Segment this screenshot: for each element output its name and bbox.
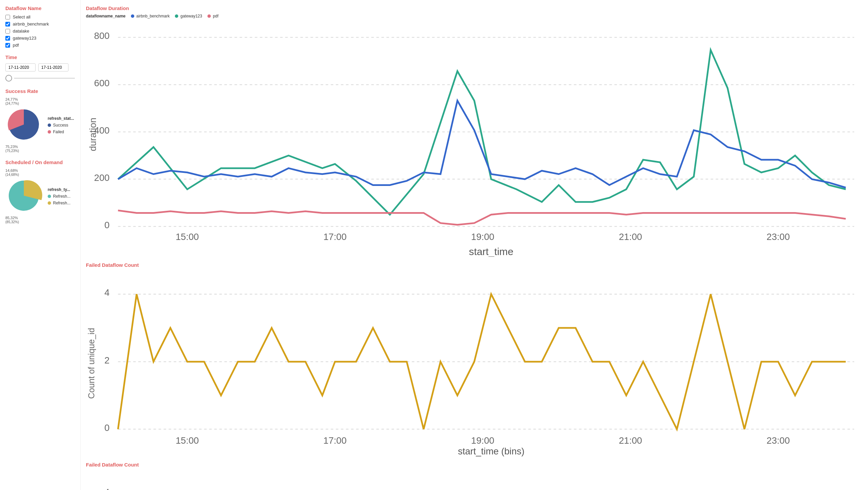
- slider-thumb[interactable]: [5, 75, 12, 82]
- checkbox-cb-airbnb[interactable]: [5, 22, 10, 27]
- success-dot: [48, 123, 51, 127]
- svg-text:start_time (bins): start_time (bins): [458, 447, 524, 456]
- failed-percent-label: 24,77%(24,77%): [5, 97, 42, 105]
- success-rate-legend: refresh_stat... Success Failed: [48, 116, 74, 134]
- checkbox-item-cb-select-all[interactable]: Select all: [5, 14, 75, 20]
- time-filter-section: Time: [5, 54, 75, 82]
- svg-text:15:00: 15:00: [176, 435, 199, 446]
- checkbox-label-cb-gateway: gateway123: [13, 36, 36, 41]
- main-content: Dataflow Duration dataflowname_name airb…: [81, 0, 868, 490]
- success-rate-pie: [5, 106, 42, 143]
- checkbox-cb-pdf[interactable]: [5, 43, 10, 48]
- svg-text:duration: duration: [88, 118, 98, 151]
- slider-track: [14, 78, 75, 79]
- failed-label: Failed: [53, 129, 64, 134]
- checkbox-item-cb-pdf[interactable]: pdf: [5, 42, 75, 48]
- svg-text:0: 0: [104, 220, 110, 230]
- svg-text:800: 800: [94, 31, 110, 41]
- success-legend-item: Success: [48, 123, 74, 127]
- success-rate-pie-section: 24,77%(24,77%) 75,23%(75,23%) refresh_st…: [5, 97, 75, 153]
- gateway-legend: gateway123: [175, 14, 202, 19]
- pdf-dot: [208, 14, 211, 18]
- refresh1-legend-item: Refresh...: [48, 194, 70, 199]
- time-section-title: Time: [5, 54, 75, 60]
- pdf-legend: pdf: [208, 14, 218, 19]
- checkbox-cb-gateway[interactable]: [5, 36, 10, 41]
- svg-text:21:00: 21:00: [619, 232, 642, 242]
- checkbox-item-cb-gateway[interactable]: gateway123: [5, 36, 75, 41]
- svg-text:21:00: 21:00: [619, 435, 642, 446]
- checkbox-item-cb-airbnb[interactable]: airbnb_benchmark: [5, 22, 75, 27]
- success-rate-section: Success Rate 24,77%(24,77%) 75,23%(75,23…: [5, 88, 75, 153]
- airbnb-legend: airbnb_benchmark: [131, 14, 169, 19]
- refresh2-legend-item: Refresh...: [48, 201, 70, 205]
- svg-text:15:00: 15:00: [176, 232, 199, 242]
- duration-chart-title: Dataflow Duration: [86, 5, 863, 11]
- airbnb-label: airbnb_benchmark: [136, 14, 169, 19]
- failed-count-chart1-panel: Failed Dataflow Count 4 2 0 Count of uni…: [86, 262, 863, 456]
- svg-text:200: 200: [94, 173, 110, 183]
- failed-count-chart2-title: Failed Dataflow Count: [86, 462, 863, 467]
- failed-count-chart1-title: Failed Dataflow Count: [86, 262, 863, 268]
- refresh1-label: Refresh...: [53, 194, 70, 199]
- scheduled-small-percent: 14,68%(14,68%): [5, 169, 42, 177]
- pdf-label: pdf: [213, 14, 218, 19]
- failed-legend-item: Failed: [48, 129, 74, 134]
- svg-text:19:00: 19:00: [471, 435, 494, 446]
- failed-count-chart2-panel: Failed Dataflow Count 4 2 0 Count of uni…: [86, 462, 863, 490]
- scheduled-legend-title: refresh_ty...: [48, 187, 70, 192]
- svg-text:19:00: 19:00: [471, 232, 494, 242]
- svg-text:23:00: 23:00: [767, 435, 790, 446]
- svg-text:start_time: start_time: [469, 246, 513, 257]
- failed-count-svg2: 4 2 0 Count of unique_id 19:00 20:00 21:…: [86, 470, 863, 490]
- duration-svg: 800 600 400 200 0 duration 15:00 17:00 1…: [86, 21, 863, 257]
- success-percent-label: 75,23%(75,23%): [5, 145, 42, 153]
- scheduled-section: Scheduled / On demand 14,68%(14,68%) 85,…: [5, 159, 75, 224]
- failed-dot: [48, 130, 51, 133]
- airbnb-dot: [131, 14, 134, 18]
- scheduled-large-percent: 85,32%(85,32%): [5, 216, 42, 224]
- checkbox-label-cb-datalake: datalake: [13, 29, 29, 34]
- svg-text:0: 0: [104, 423, 110, 433]
- svg-text:2: 2: [104, 355, 110, 366]
- gateway-dot: [175, 14, 178, 18]
- svg-text:23:00: 23:00: [767, 232, 790, 242]
- checkbox-cb-select-all[interactable]: [5, 15, 10, 20]
- scheduled-legend: refresh_ty... Refresh... Refresh...: [48, 187, 70, 205]
- refresh2-dot: [48, 202, 51, 205]
- date-range-row: [5, 63, 75, 71]
- refresh2-label: Refresh...: [53, 201, 70, 205]
- svg-text:600: 600: [94, 78, 110, 88]
- refresh1-dot: [48, 195, 51, 198]
- duration-legend: dataflowname_name airbnb_benchmark gatew…: [86, 14, 863, 19]
- date-to-input[interactable]: [38, 63, 68, 71]
- scheduled-pie-container: 14,68%(14,68%) 85,32%(85,32%): [5, 169, 42, 224]
- success-rate-title: Success Rate: [5, 88, 75, 94]
- time-slider[interactable]: [5, 75, 75, 82]
- sidebar: Dataflow Name Select allairbnb_benchmark…: [0, 0, 81, 490]
- dataflow-section-title: Dataflow Name: [5, 5, 75, 11]
- scheduled-pie: [5, 177, 42, 214]
- checkbox-label-cb-airbnb: airbnb_benchmark: [13, 22, 49, 27]
- success-rate-pie-container: 24,77%(24,77%) 75,23%(75,23%): [5, 97, 42, 153]
- duration-chart-panel: Dataflow Duration dataflowname_name airb…: [86, 5, 863, 257]
- failed-count-svg1: 4 2 0 Count of unique_id 15:00 17:00 19:…: [86, 271, 863, 456]
- dataflow-filter-section: Dataflow Name Select allairbnb_benchmark…: [5, 5, 75, 48]
- checkbox-cb-datalake[interactable]: [5, 29, 10, 34]
- duration-legend-title: dataflowname_name: [86, 14, 126, 19]
- gateway-label: gateway123: [180, 14, 202, 19]
- checkbox-label-cb-select-all: Select all: [13, 14, 31, 20]
- svg-text:4: 4: [104, 487, 110, 490]
- svg-text:Count of unique_id: Count of unique_id: [87, 328, 96, 399]
- svg-text:4: 4: [104, 287, 110, 298]
- checkbox-label-cb-pdf: pdf: [13, 42, 19, 48]
- success-legend-title: refresh_stat...: [48, 116, 74, 121]
- checkbox-item-cb-datalake[interactable]: datalake: [5, 29, 75, 34]
- scheduled-title: Scheduled / On demand: [5, 159, 75, 165]
- date-from-input[interactable]: [5, 63, 36, 71]
- scheduled-pie-section: 14,68%(14,68%) 85,32%(85,32%) refresh_ty…: [5, 169, 75, 224]
- svg-text:17:00: 17:00: [323, 232, 346, 242]
- svg-text:17:00: 17:00: [323, 435, 346, 446]
- success-label: Success: [53, 123, 68, 127]
